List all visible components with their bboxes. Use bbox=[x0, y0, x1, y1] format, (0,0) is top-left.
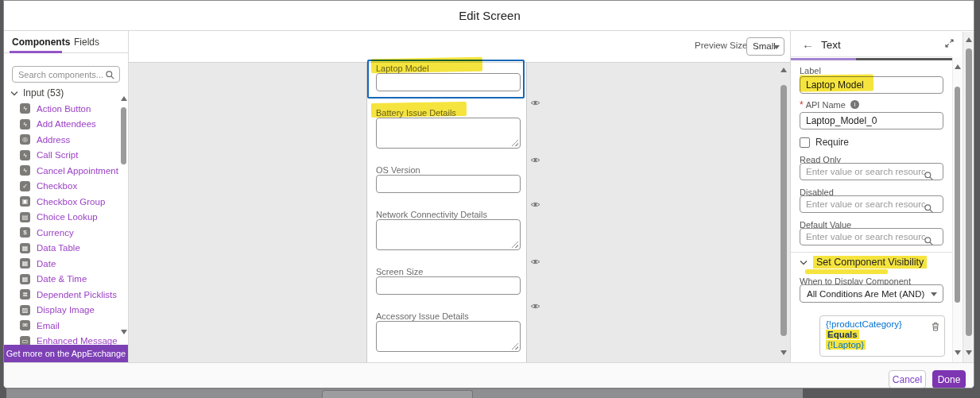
component-list-item[interactable]: ▤Choice Lookup bbox=[4, 210, 120, 226]
appexchange-link[interactable]: Get more on the AppExchange bbox=[4, 345, 128, 362]
canvas-scroll-up[interactable] bbox=[781, 68, 787, 72]
sidebar-scroll-up[interactable] bbox=[121, 96, 127, 101]
component-list-item[interactable]: $Currency bbox=[4, 225, 120, 241]
lightning-icon: ϟ bbox=[20, 150, 30, 160]
picklist-icon: ≣ bbox=[20, 289, 30, 299]
modal-scroll-down[interactable] bbox=[966, 350, 972, 355]
component-list-item[interactable]: ϟAdd Attendees bbox=[4, 117, 120, 133]
component-search-box[interactable] bbox=[12, 66, 120, 83]
component-list: ϟAction ButtonϟAdd Attendees◎AddressϟCal… bbox=[4, 101, 120, 362]
panel-scroll-down[interactable] bbox=[955, 350, 961, 355]
visibility-eye-icon[interactable] bbox=[530, 299, 540, 313]
api-name-label: API Name bbox=[806, 100, 846, 110]
canvas-text-input[interactable] bbox=[376, 73, 521, 91]
chevron-down-icon bbox=[10, 91, 18, 96]
date-icon: ▦ bbox=[20, 258, 30, 269]
require-label: Require bbox=[815, 137, 849, 148]
api-name-input[interactable] bbox=[800, 112, 943, 129]
email-icon: ✉ bbox=[20, 320, 30, 330]
require-row: Require bbox=[800, 137, 849, 148]
info-icon[interactable]: i bbox=[850, 100, 859, 109]
modal-scroll-up[interactable] bbox=[966, 37, 972, 42]
condition-logic-value: All Conditions Are Met (AND) bbox=[807, 289, 924, 299]
date-time-icon: ▦ bbox=[20, 274, 30, 284]
checkbox-group-icon: ▣ bbox=[20, 196, 30, 207]
canvas-text-input[interactable] bbox=[376, 175, 521, 193]
visibility-section-header[interactable]: Set Component Visibility bbox=[800, 256, 927, 269]
modal-footer: Cancel Done bbox=[4, 362, 974, 388]
component-label: Checkbox Group bbox=[37, 197, 105, 207]
resource-lookup-field[interactable] bbox=[800, 163, 943, 180]
canvas-textarea[interactable] bbox=[376, 118, 521, 149]
component-list-item[interactable]: ▨Display Image bbox=[4, 303, 120, 319]
component-label: Add Attendees bbox=[37, 119, 96, 129]
canvas-text-input[interactable] bbox=[376, 276, 521, 295]
lightning-icon: ϟ bbox=[20, 103, 30, 114]
back-arrow-icon[interactable]: ← bbox=[802, 38, 814, 50]
done-button[interactable]: Done bbox=[932, 370, 966, 388]
canvas-scroll-thumb[interactable] bbox=[781, 85, 787, 336]
page-title: Edit Screen bbox=[4, 1, 974, 31]
preview-size-value: Small bbox=[753, 41, 776, 51]
visibility-eye-icon[interactable] bbox=[530, 197, 540, 211]
resource-lookup-input[interactable] bbox=[806, 230, 925, 244]
checkbox-icon: ✓ bbox=[20, 181, 30, 191]
component-list-item[interactable]: ▦Data Table bbox=[4, 241, 120, 257]
preview-size-select[interactable]: Small bbox=[746, 37, 784, 56]
component-list-item[interactable]: ✓Checkbox bbox=[4, 179, 120, 195]
panel-scroll-up[interactable] bbox=[955, 64, 961, 69]
component-list-item[interactable]: ✉Email bbox=[4, 318, 120, 334]
search-icon bbox=[106, 71, 114, 79]
component-list-item[interactable]: ◎Address bbox=[4, 132, 120, 148]
visibility-eye-icon[interactable] bbox=[530, 153, 540, 167]
input-section-label: Input (53) bbox=[23, 87, 64, 99]
sidebar-scroll-thumb[interactable] bbox=[121, 107, 126, 164]
chevron-down-icon bbox=[773, 45, 780, 49]
component-list-item[interactable]: ϟAction Button bbox=[4, 101, 120, 117]
sidebar-scroll-down[interactable] bbox=[121, 330, 127, 334]
input-section-header[interactable]: Input (53) bbox=[10, 87, 64, 99]
image-icon: ▨ bbox=[20, 305, 30, 315]
component-label: Cancel Appointment bbox=[37, 166, 118, 176]
component-label: Currency bbox=[37, 228, 74, 238]
component-label: Display Image bbox=[37, 305, 95, 315]
visibility-eye-icon[interactable] bbox=[530, 254, 540, 269]
condition-value-link[interactable]: {!Laptop} bbox=[826, 340, 866, 350]
lightning-icon: ϟ bbox=[20, 165, 30, 176]
trash-icon[interactable] bbox=[932, 320, 939, 334]
condition-logic-select[interactable]: All Conditions Are Met (AND) bbox=[800, 284, 943, 303]
data-table-icon: ▦ bbox=[20, 243, 30, 253]
active-tab-underline bbox=[10, 51, 62, 53]
address-icon: ◎ bbox=[20, 134, 30, 145]
expand-panel-icon[interactable] bbox=[945, 39, 954, 48]
component-list-item[interactable]: ≣Dependent Picklists bbox=[4, 287, 120, 303]
canvas-scroll-down[interactable] bbox=[781, 350, 787, 355]
component-list-item[interactable]: ϟCancel Appointment bbox=[4, 163, 120, 179]
canvas-textarea[interactable] bbox=[376, 219, 521, 250]
panel-header-hairline bbox=[791, 56, 952, 57]
canvas-textarea[interactable] bbox=[376, 321, 521, 352]
component-list-item[interactable]: ▣Checkbox Group bbox=[4, 194, 120, 210]
resource-lookup-input[interactable] bbox=[806, 164, 925, 179]
modal-scroll-thumb[interactable] bbox=[966, 48, 972, 336]
highlight-mark bbox=[805, 269, 888, 274]
cancel-button[interactable]: Cancel bbox=[889, 370, 926, 388]
resource-lookup-field[interactable] bbox=[800, 195, 943, 213]
component-list-item[interactable]: ▦Date bbox=[4, 256, 120, 272]
resource-lookup-field[interactable] bbox=[800, 228, 943, 245]
canvas-toolbar bbox=[129, 31, 790, 63]
component-list-item[interactable]: ▦Date & Time bbox=[4, 272, 120, 288]
panel-scroll-thumb[interactable] bbox=[955, 87, 960, 303]
search-input[interactable] bbox=[18, 68, 107, 81]
modal-title-bar: Edit Screen bbox=[4, 1, 974, 31]
section-divider bbox=[791, 252, 952, 253]
require-checkbox[interactable] bbox=[800, 137, 810, 148]
tab-components[interactable]: Components bbox=[12, 31, 70, 53]
component-list-item[interactable]: ϟCall Script bbox=[4, 148, 120, 164]
tab-fields[interactable]: Fields bbox=[74, 31, 99, 53]
condition-resource-link[interactable]: {!productCategory} bbox=[826, 319, 902, 329]
resource-lookup-input[interactable] bbox=[806, 197, 925, 211]
visibility-eye-icon[interactable] bbox=[530, 95, 540, 110]
edit-screen-modal: Edit Screen Components Fields Input (53)… bbox=[3, 0, 974, 388]
label-input[interactable] bbox=[800, 76, 943, 94]
